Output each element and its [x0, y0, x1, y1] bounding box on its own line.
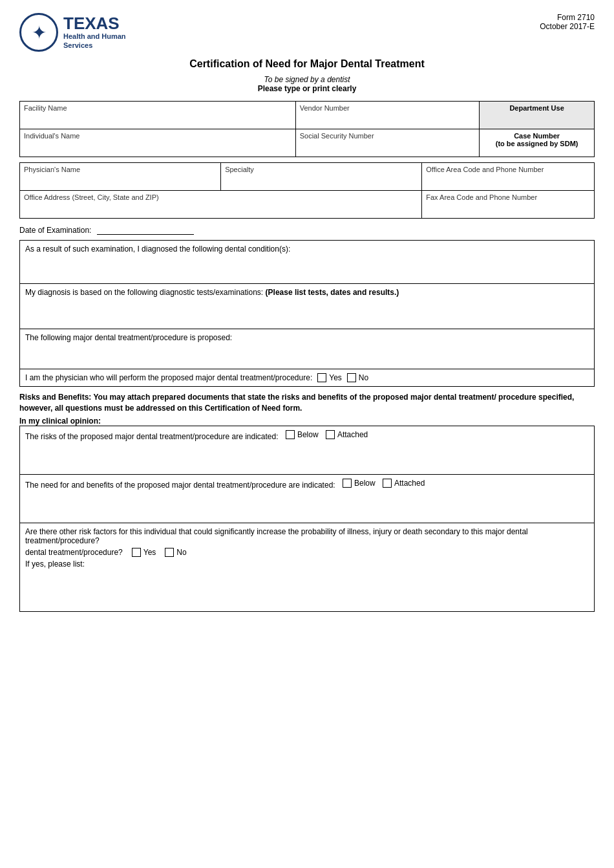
proposed-label: The following major dental treatment/pro… [25, 333, 232, 342]
diagnosis-box: As a result of such examination, I diagn… [19, 240, 595, 284]
physician-name-cell: Physician's Name [20, 163, 221, 191]
facility-name-cell: Facility Name [20, 102, 296, 129]
date-exam-line[interactable] [97, 225, 194, 235]
form-number: Form 2710 [540, 13, 595, 22]
physician-name-label: Physician's Name [24, 166, 217, 173]
attached-checkbox-benefits[interactable] [383, 479, 392, 488]
risk-factors-box: Are there other risk factors for this in… [19, 523, 595, 612]
no-checkbox-rf[interactable] [165, 548, 174, 557]
date-exam-label: Date of Examination: [19, 226, 91, 235]
subtitle-area: To be signed by a dentist Please type or… [19, 75, 595, 93]
basis-bold: (Please list tests, dates and results.) [266, 288, 399, 297]
below-label: Below [297, 430, 319, 439]
logo-circle: ✦ [19, 13, 58, 52]
no-label: No [359, 373, 368, 382]
subtitle-bold: Please type or print clearly [19, 84, 595, 93]
department-use-label: Department Use [483, 104, 590, 112]
office-area-code-cell: Office Area Code and Phone Number [422, 163, 595, 191]
case-number-cell: Case Number (to be assigned by SDM) [480, 129, 595, 157]
vendor-number-cell: Vendor Number [295, 102, 479, 129]
department-use-cell: Department Use [480, 102, 595, 129]
below-checkbox-group-2: Below [343, 479, 376, 488]
star-icon: ✦ [32, 22, 47, 43]
yes-label: Yes [329, 373, 342, 382]
office-address-cell: Office Address (Street, City, State and … [20, 191, 422, 219]
physician-perform-row: I am the physician who will perform the … [19, 369, 595, 387]
clinical-opinion-label: In my clinical opinion: [19, 417, 595, 426]
no-checkbox[interactable] [347, 373, 356, 382]
subtitle-italic: To be signed by a dentist [19, 75, 595, 84]
ssn-cell: Social Security Number [295, 129, 479, 157]
basis-box: My diagnosis is based on the following d… [19, 284, 595, 329]
agency-name-hhs: Health and Human Services [63, 32, 126, 50]
no-checkbox-group-rf: No [165, 548, 186, 557]
case-number-sub: (to be assigned by SDM) [483, 140, 590, 147]
benefits-indicated-label: The need for and benefits of the propose… [25, 481, 335, 490]
agency-name-texas: TEXAS [63, 15, 126, 32]
vendor-number-label: Vendor Number [300, 104, 475, 112]
case-number-label: Case Number [483, 132, 590, 140]
logo-text: TEXAS Health and Human Services [63, 15, 126, 50]
no-checkbox-group: No [347, 373, 368, 382]
individual-name-cell: Individual's Name [20, 129, 296, 157]
attached-checkbox-group-benefits: Attached [383, 479, 425, 488]
basis-label: My diagnosis is based on the following d… [25, 288, 263, 297]
physician-table: Physician's Name Specialty Office Area C… [19, 162, 595, 219]
diagnosis-label: As a result of such examination, I diagn… [25, 244, 290, 254]
attached-checkbox-group-risks: Attached [326, 430, 368, 439]
form-date: October 2017-E [540, 22, 595, 31]
below-label-2: Below [354, 479, 376, 488]
attached-checkbox-risks[interactable] [326, 430, 335, 439]
top-grid: Facility Name Vendor Number Department U… [19, 101, 595, 157]
risk-factors-label: Are there other risk factors for this in… [25, 527, 589, 545]
yes-checkbox-group-rf: Yes [132, 548, 156, 557]
form-title: Certification of Need for Major Dental T… [19, 58, 595, 70]
below-checkbox-2[interactable] [343, 479, 352, 488]
risks-note-text: Risks and Benefits: You may attach prepa… [19, 393, 574, 413]
attached-label-risks: Attached [337, 430, 368, 439]
office-address-label: Office Address (Street, City, State and … [24, 193, 418, 201]
ssn-label: Social Security Number [300, 132, 475, 140]
proposed-treatment-box: The following major dental treatment/pro… [19, 329, 595, 369]
risks-benefits-note: Risks and Benefits: You may attach prepa… [19, 392, 595, 414]
office-area-code-label: Office Area Code and Phone Number [426, 166, 590, 173]
facility-name-label: Facility Name [24, 104, 291, 112]
yes-checkbox-rf[interactable] [132, 548, 141, 557]
physician-perform-label: I am the physician who will perform the … [25, 373, 312, 382]
risks-indicated-label: The risks of the proposed major dental t… [25, 432, 279, 441]
yes-label-rf: Yes [143, 548, 156, 557]
specialty-cell: Specialty [221, 163, 422, 191]
yes-checkbox-group: Yes [317, 373, 342, 382]
below-checkbox[interactable] [286, 430, 295, 439]
below-checkbox-group: Below [286, 430, 319, 439]
fax-area-code-label: Fax Area Code and Phone Number [426, 193, 590, 201]
if-yes-label: If yes, please list: [25, 559, 589, 569]
dental-treatment-procedure-label: dental treatment/procedure? [25, 548, 123, 557]
risks-indicated-box: The risks of the proposed major dental t… [19, 426, 595, 475]
individual-name-label: Individual's Name [24, 132, 291, 140]
no-label-rf: No [176, 548, 186, 557]
specialty-label: Specialty [225, 166, 418, 173]
logo-area: ✦ TEXAS Health and Human Services [19, 13, 126, 52]
yes-checkbox[interactable] [317, 373, 326, 382]
header: ✦ TEXAS Health and Human Services Form 2… [19, 13, 595, 52]
date-exam-area: Date of Examination: [19, 225, 595, 235]
benefits-indicated-box: The need for and benefits of the propose… [19, 475, 595, 523]
form-info: Form 2710 October 2017-E [540, 13, 595, 31]
attached-label-benefits: Attached [394, 479, 425, 488]
fax-area-code-cell: Fax Area Code and Phone Number [422, 191, 595, 219]
